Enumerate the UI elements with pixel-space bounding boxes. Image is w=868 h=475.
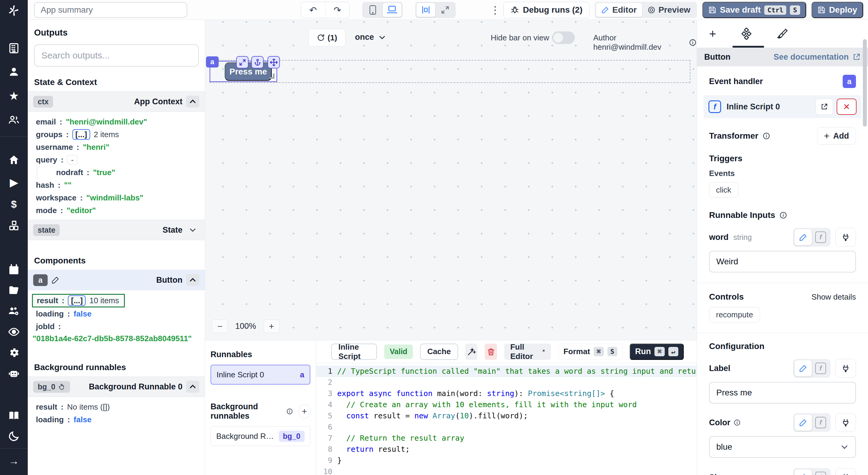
robot-ai-icon[interactable] [7,367,21,380]
configuration-title: Configuration [709,341,856,351]
tab-editor[interactable]: Editor [596,3,642,17]
star-icon[interactable]: ★ [7,89,21,103]
undo-icon[interactable]: ↶ [301,2,325,18]
gear-icon[interactable] [7,346,21,360]
fullscreen-icon[interactable] [436,3,455,17]
expression-mode[interactable]: f [812,414,829,431]
static-pencil-mode[interactable] [795,469,812,475]
static-pencil-mode[interactable] [795,414,812,431]
code-editor[interactable]: 12345678910 // TypeScript function calle… [316,363,698,475]
kebab-menu-icon[interactable]: ⋮ [490,4,498,16]
full-editor-button[interactable]: Full Editor [504,344,551,360]
expression-mode[interactable]: f [812,360,829,376]
windmill-logo[interactable] [7,4,21,18]
bg0-collapse-chevron-up-icon[interactable] [186,381,199,393]
state-section-header[interactable]: state State [28,220,205,240]
info-icon[interactable] [763,132,770,140]
dark-mode-moon-icon[interactable] [7,429,21,443]
mobile-icon[interactable] [364,3,382,17]
user-icon[interactable] [7,65,21,79]
ctx-collapse-chevron-up-icon[interactable] [186,96,199,108]
expand-array-chip[interactable]: [...] [68,295,86,306]
redo-icon[interactable]: ↷ [325,2,349,18]
tab-preview[interactable]: Preview [642,3,696,17]
state-collapse-chevron-down-icon[interactable] [186,224,199,236]
add-bg-runnable-button[interactable]: + [299,404,310,419]
cache-button[interactable]: Cache [420,344,458,360]
static-pencil-mode[interactable] [795,229,812,245]
show-details-link[interactable]: Show details [812,292,856,302]
word-value-input[interactable] [709,251,856,272]
ai-wand-button[interactable] [465,344,478,360]
groups-settings-icon[interactable] [7,304,21,318]
inline-script-pill[interactable]: Inline Script [331,344,377,360]
resize-corner-handle[interactable] [269,73,275,79]
run-button[interactable]: Run ⌘ ↵ [630,344,684,360]
rename-pencil-icon[interactable] [51,276,60,284]
docs-book-icon[interactable] [7,409,21,422]
color-select[interactable]: blue [709,436,856,458]
recompute-pill[interactable]: recompute [709,307,760,323]
runnable-item-bg0[interactable]: Background Runna... bg_0 [211,426,310,446]
add-transformer-button[interactable]: +Add [817,127,856,145]
workspace-icon[interactable] [7,41,21,55]
refresh-count-button[interactable]: (1) [309,29,345,46]
inspector-scrollbar[interactable] [863,39,867,127]
resources-cubes-icon[interactable] [7,219,21,233]
schedules-calendar-icon[interactable] [7,263,21,277]
app-summary-input[interactable] [34,2,187,18]
expand-rail-arrow-icon[interactable]: → [7,454,21,468]
ctx-section-header[interactable]: ctx App Context [28,91,205,112]
move-handle[interactable] [268,56,280,68]
frequency-dropdown[interactable]: once [355,33,386,42]
folders-icon[interactable] [7,283,21,297]
center-align-icon[interactable] [416,3,435,17]
tab-insert-component[interactable]: + [697,20,728,47]
runnable-item-inline-script[interactable]: Inline Script 0 a [211,365,310,384]
button-collapse-chevron-up-icon[interactable] [186,274,199,286]
connect-plug-button[interactable] [835,359,856,378]
expression-mode[interactable]: f [812,469,829,475]
connect-plug-button[interactable] [835,228,856,246]
home-icon[interactable] [7,153,21,167]
save-draft-button[interactable]: Save draft Ctrl S [703,2,806,18]
delete-script-button[interactable] [485,344,497,360]
eye-icon[interactable] [7,325,21,339]
tab-styling[interactable] [765,20,801,47]
event-script-row[interactable]: f Inline Script 0 ✕ [704,95,861,118]
variables-dollar-icon[interactable]: $ [7,197,21,211]
zoom-out-button[interactable]: − [212,319,228,333]
info-icon[interactable] [779,211,787,219]
remove-script-button[interactable]: ✕ [837,99,857,115]
connect-plug-button[interactable] [835,413,856,432]
bg0-section-header[interactable]: bg_0 Background Runnable 0 [28,376,205,397]
info-icon[interactable] [734,419,741,426]
hide-bar-toggle[interactable] [552,31,575,44]
button-component-header[interactable]: a Button [28,270,205,290]
expand-array-chip[interactable]: [...] [72,129,90,140]
output-row-loading: loading:false [28,307,205,320]
tab-component-settings[interactable] [728,20,765,47]
app-canvas[interactable]: (1) once Hide bar on view Author henri@w… [205,20,697,340]
run-kbd-cmd: ⌘ [654,347,664,356]
expression-mode[interactable]: f [812,229,829,245]
debug-runs-button[interactable]: Debug runs (2) [503,2,590,18]
click-event-pill[interactable]: click [709,182,738,198]
see-documentation-link[interactable]: See documentation [774,53,861,62]
desktop-icon[interactable] [383,3,401,17]
info-icon[interactable] [689,39,697,46]
connect-plug-button[interactable] [835,468,856,475]
open-script-button[interactable] [815,99,833,115]
zoom-in-button[interactable]: + [263,319,280,333]
search-outputs-input[interactable] [34,44,199,67]
state-label: State [162,226,183,235]
deploy-button[interactable]: Deploy [812,2,863,18]
users-icon[interactable] [7,113,21,127]
info-icon[interactable] [286,407,293,416]
runs-play-icon[interactable]: ▶ [7,175,21,189]
expand-handle[interactable] [236,56,249,68]
format-button[interactable]: Format ⌘ S [558,344,622,360]
label-value-input[interactable] [709,382,856,404]
anchor-handle[interactable] [251,56,264,68]
static-pencil-mode[interactable] [795,360,812,376]
